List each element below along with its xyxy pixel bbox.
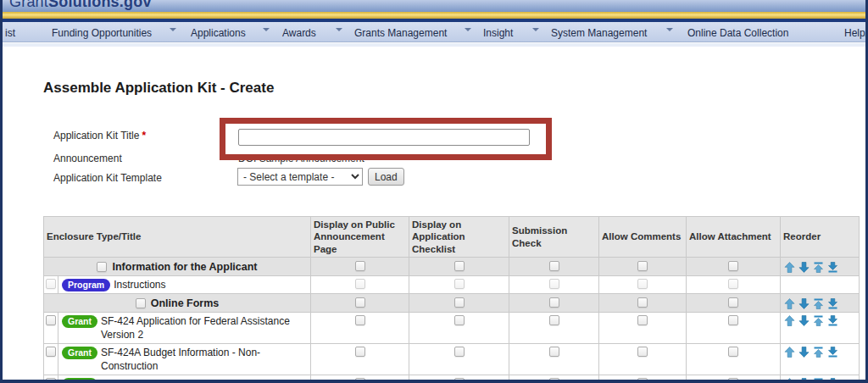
checkbox[interactable] [454, 261, 465, 271]
move-to-bottom-icon[interactable] [827, 378, 838, 383]
template-label: Application Kit Template [53, 172, 162, 184]
move-to-bottom-icon[interactable] [827, 298, 838, 309]
nav-item-funding-opportunities[interactable]: Funding Opportunities [52, 27, 152, 39]
checkbox[interactable] [97, 262, 107, 272]
nav-item-online-data-collection[interactable]: Online Data Collection [687, 27, 788, 39]
chevron-down-icon[interactable] [465, 31, 472, 38]
checkbox[interactable] [637, 315, 648, 325]
checkbox[interactable] [355, 315, 365, 325]
checkbox[interactable] [728, 315, 738, 325]
checkbox[interactable] [454, 279, 465, 289]
enclosure-table: Enclosure Type/Title Display on Public A… [43, 216, 860, 383]
move-up-icon[interactable] [784, 298, 795, 309]
checkbox[interactable] [637, 261, 648, 271]
checkbox[interactable] [454, 378, 465, 383]
checkbox[interactable] [549, 315, 559, 325]
move-up-icon[interactable] [784, 347, 795, 358]
enclosure-title: Instructions [114, 279, 309, 291]
checkbox[interactable] [355, 279, 365, 289]
move-down-icon[interactable] [798, 378, 810, 383]
move-to-top-icon[interactable] [813, 347, 824, 358]
checkbox[interactable] [454, 297, 465, 308]
checkbox[interactable] [637, 378, 648, 383]
main-nav-bar: ist Funding Opportunities Applications A… [3, 22, 865, 42]
nav-item-help-support[interactable]: Help/Supp [844, 27, 868, 39]
checkbox[interactable] [637, 347, 648, 357]
table-header-row: Enclosure Type/Title Display on Public A… [44, 217, 860, 258]
kit-title-label: Application Kit Title* [53, 130, 146, 142]
checkbox[interactable] [728, 279, 738, 289]
nav-item-applications[interactable]: Applications [191, 27, 246, 39]
checkbox[interactable] [136, 298, 146, 308]
grantsolutions-logo: GrantSolutions.gov [9, 0, 152, 11]
section-row-online-forms: Online Forms [44, 294, 860, 313]
checkbox[interactable] [728, 261, 738, 271]
checkbox[interactable] [549, 378, 559, 383]
col-header-allow-attachment: Allow Attachment [687, 217, 781, 258]
move-to-bottom-icon[interactable] [827, 262, 838, 273]
nav-item-insight[interactable]: Insight [483, 27, 513, 39]
chevron-down-icon[interactable] [336, 31, 343, 38]
checkbox[interactable] [355, 261, 365, 271]
checkbox[interactable] [46, 315, 56, 325]
template-select[interactable]: - Select a template - [237, 168, 363, 186]
browser-viewport: GrantSolutions.gov ist Funding Opportuni… [0, 0, 868, 383]
move-to-top-icon[interactable] [813, 262, 824, 273]
reorder-controls [784, 315, 842, 327]
move-to-bottom-icon[interactable] [827, 315, 838, 326]
checkbox[interactable] [46, 279, 56, 289]
checkbox[interactable] [549, 297, 559, 308]
checkbox[interactable] [637, 297, 648, 308]
checkbox[interactable] [355, 297, 365, 308]
checkbox[interactable] [46, 347, 56, 357]
move-to-top-icon[interactable] [813, 315, 824, 326]
checkbox[interactable] [728, 378, 738, 383]
table-row-sf424: GrantSF-424 Application for Federal Assi… [44, 313, 860, 344]
nav-item-system-management[interactable]: System Management [551, 27, 647, 39]
chevron-down-icon[interactable] [532, 31, 540, 38]
load-button[interactable]: Load [368, 168, 404, 186]
col-header-enclosure: Enclosure Type/Title [44, 217, 311, 258]
grant-badge: Grant [62, 315, 97, 328]
move-to-bottom-icon[interactable] [827, 347, 838, 358]
nav-item-partial[interactable]: ist [5, 27, 15, 39]
checkbox[interactable] [549, 347, 559, 357]
enclosure-title: SF-424B Assurances - Non-Construction [101, 378, 309, 383]
reorder-controls [784, 262, 842, 274]
chevron-down-icon[interactable] [170, 31, 177, 38]
table-row-instructions: ProgramInstructions [44, 276, 860, 294]
reorder-controls [784, 378, 842, 383]
checkbox[interactable] [637, 279, 648, 289]
section-title: Information for the Applicant [112, 261, 257, 273]
move-up-icon[interactable] [784, 315, 795, 326]
top-banner: GrantSolutions.gov [3, 0, 865, 12]
checkbox[interactable] [355, 347, 365, 357]
checkbox[interactable] [454, 347, 465, 357]
checkbox[interactable] [454, 315, 465, 325]
checkbox[interactable] [728, 297, 738, 308]
col-header-reorder: Reorder [781, 217, 860, 258]
checkbox[interactable] [549, 279, 559, 289]
nav-item-grants-management[interactable]: Grants Management [354, 27, 447, 39]
checkbox[interactable] [46, 378, 56, 383]
nav-item-awards[interactable]: Awards [282, 27, 316, 39]
move-down-icon[interactable] [798, 262, 810, 273]
grant-badge: Grant [62, 378, 97, 383]
move-up-icon[interactable] [784, 262, 795, 273]
enclosure-title: SF-424 Application for Federal Assistanc… [101, 315, 309, 341]
chevron-down-icon[interactable] [666, 31, 674, 38]
kit-title-input[interactable] [238, 129, 530, 146]
move-to-top-icon[interactable] [813, 298, 824, 309]
move-down-icon[interactable] [798, 298, 810, 309]
move-to-top-icon[interactable] [813, 378, 824, 383]
move-down-icon[interactable] [798, 315, 810, 326]
logo-text-solutions: Solutions [48, 0, 120, 10]
chevron-down-icon[interactable] [263, 31, 270, 38]
table-row-sf424b: GrantSF-424B Assurances - Non-Constructi… [44, 375, 860, 383]
move-down-icon[interactable] [798, 347, 810, 358]
checkbox[interactable] [355, 378, 365, 383]
checkbox[interactable] [549, 261, 559, 271]
move-up-icon[interactable] [784, 378, 795, 383]
checkbox[interactable] [728, 347, 738, 357]
announcement-label: Announcement [53, 153, 122, 164]
